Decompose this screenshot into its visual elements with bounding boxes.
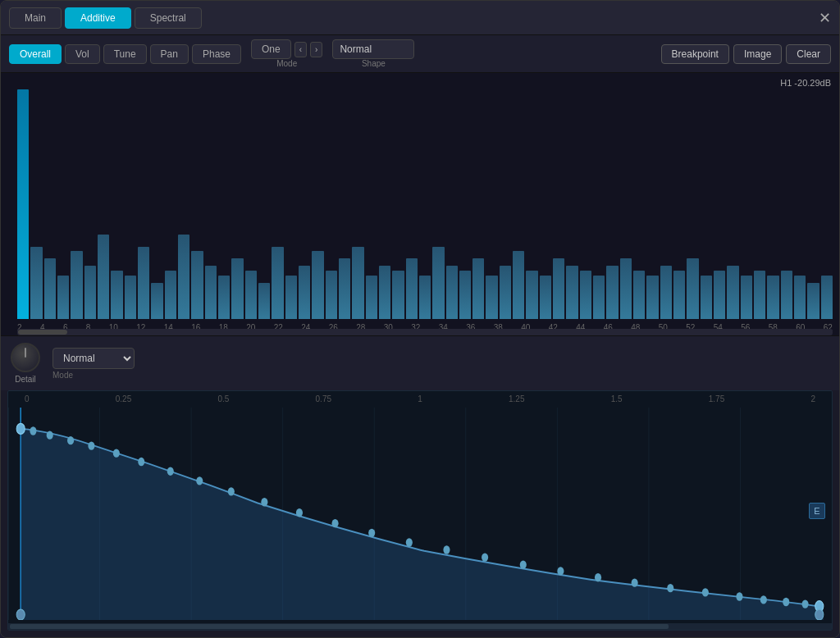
mode-next-btn[interactable]: ›: [310, 42, 322, 57]
env-dot-bottom-left[interactable]: [16, 609, 25, 620]
env-dot[interactable]: [138, 458, 144, 466]
bar-17[interactable]: [231, 258, 243, 319]
bar-25[interactable]: [339, 258, 350, 319]
env-dot[interactable]: [736, 592, 742, 600]
bar-20[interactable]: [272, 247, 283, 319]
spectrum-scrollbar[interactable]: [17, 329, 833, 335]
bar-28[interactable]: [379, 266, 390, 319]
bar-56[interactable]: [754, 271, 765, 319]
detail-mode-select[interactable]: Normal Linear Log: [52, 348, 135, 369]
shape-select[interactable]: Normal Linear Exponential Flat: [332, 39, 414, 59]
envelope-scrollbar[interactable]: [8, 623, 832, 630]
bar-29[interactable]: [392, 271, 404, 319]
env-dot[interactable]: [702, 588, 709, 596]
env-dot[interactable]: [261, 498, 267, 506]
env-dot[interactable]: [595, 573, 601, 581]
bar-54[interactable]: [727, 266, 738, 319]
env-dot[interactable]: [760, 595, 767, 604]
toolbar-tune[interactable]: Tune: [103, 44, 147, 64]
bar-31[interactable]: [419, 276, 431, 319]
toolbar-pan[interactable]: Pan: [150, 44, 189, 64]
bar-39[interactable]: [526, 271, 537, 319]
bar-52[interactable]: [701, 276, 712, 319]
bar-47[interactable]: [633, 271, 645, 319]
envelope-end-button[interactable]: E: [809, 503, 825, 519]
toolbar-phase[interactable]: Phase: [192, 44, 241, 64]
env-dot[interactable]: [30, 426, 36, 435]
bar-7[interactable]: [98, 235, 109, 319]
env-dot[interactable]: [406, 538, 413, 546]
bar-37[interactable]: [500, 266, 511, 319]
env-dot[interactable]: [67, 436, 74, 444]
mode-prev-btn[interactable]: ‹: [294, 42, 307, 57]
breakpoint-button[interactable]: Breakpoint: [661, 44, 729, 64]
bar-44[interactable]: [593, 276, 605, 319]
bar-2[interactable]: [30, 247, 42, 319]
bar-5[interactable]: [71, 251, 82, 319]
image-button[interactable]: Image: [733, 44, 782, 64]
bar-11[interactable]: [151, 283, 162, 319]
env-dot[interactable]: [443, 545, 450, 554]
envelope-area[interactable]: 00.250.50.7511.251.51.752: [7, 390, 833, 631]
bar-33[interactable]: [446, 266, 458, 319]
tab-additive[interactable]: Additive: [65, 7, 131, 29]
bar-35[interactable]: [472, 258, 484, 319]
bar-60[interactable]: [807, 283, 819, 319]
bar-46[interactable]: [620, 258, 632, 319]
bar-43[interactable]: [580, 271, 591, 319]
tab-main[interactable]: Main: [9, 7, 62, 29]
bar-4[interactable]: [57, 276, 69, 319]
tab-spectral[interactable]: Spectral: [135, 7, 202, 29]
bar-3[interactable]: [44, 258, 56, 319]
bar-9[interactable]: [125, 276, 136, 319]
env-dot[interactable]: [296, 508, 303, 517]
bar-51[interactable]: [687, 258, 698, 319]
env-dot[interactable]: [332, 519, 339, 527]
bar-41[interactable]: [553, 258, 564, 319]
toolbar-vol[interactable]: Vol: [65, 44, 100, 64]
env-dot[interactable]: [801, 599, 808, 608]
bar-6[interactable]: [84, 266, 96, 319]
env-dot[interactable]: [557, 567, 564, 575]
bar-40[interactable]: [540, 276, 551, 319]
bar-55[interactable]: [741, 276, 752, 319]
env-dot[interactable]: [88, 441, 94, 449]
env-dot[interactable]: [196, 476, 203, 485]
bar-50[interactable]: [673, 271, 685, 319]
env-dot[interactable]: [783, 598, 789, 606]
bar-8[interactable]: [111, 271, 122, 319]
bar-49[interactable]: [660, 266, 672, 319]
env-dot-start[interactable]: [16, 423, 25, 434]
bar-27[interactable]: [366, 276, 377, 319]
bar-59[interactable]: [794, 276, 806, 319]
env-dot[interactable]: [368, 529, 375, 537]
bar-48[interactable]: [646, 276, 658, 319]
bar-26[interactable]: [352, 247, 363, 319]
bar-16[interactable]: [218, 276, 230, 319]
bar-19[interactable]: [258, 283, 270, 319]
bar-14[interactable]: [191, 251, 203, 319]
env-dot[interactable]: [167, 467, 174, 476]
bar-15[interactable]: [205, 266, 217, 319]
env-dot[interactable]: [520, 560, 527, 568]
bar-61[interactable]: [821, 276, 833, 319]
env-dot[interactable]: [632, 578, 638, 586]
bar-57[interactable]: [767, 276, 778, 319]
bar-1[interactable]: [17, 89, 29, 319]
bar-10[interactable]: [138, 247, 149, 319]
env-dot[interactable]: [482, 553, 488, 561]
mode-value-btn[interactable]: One: [251, 39, 291, 59]
bar-22[interactable]: [299, 266, 310, 319]
bar-21[interactable]: [285, 276, 297, 319]
bar-30[interactable]: [406, 258, 418, 319]
bar-53[interactable]: [714, 271, 725, 319]
env-dot-bottom-right[interactable]: [815, 609, 824, 620]
bar-38[interactable]: [513, 251, 524, 319]
bar-13[interactable]: [178, 235, 189, 319]
clear-button[interactable]: Clear: [786, 44, 831, 64]
bar-18[interactable]: [245, 271, 257, 319]
env-dot[interactable]: [47, 431, 53, 439]
close-button[interactable]: ✕: [819, 11, 831, 25]
bar-58[interactable]: [781, 271, 792, 319]
bar-36[interactable]: [486, 276, 497, 319]
